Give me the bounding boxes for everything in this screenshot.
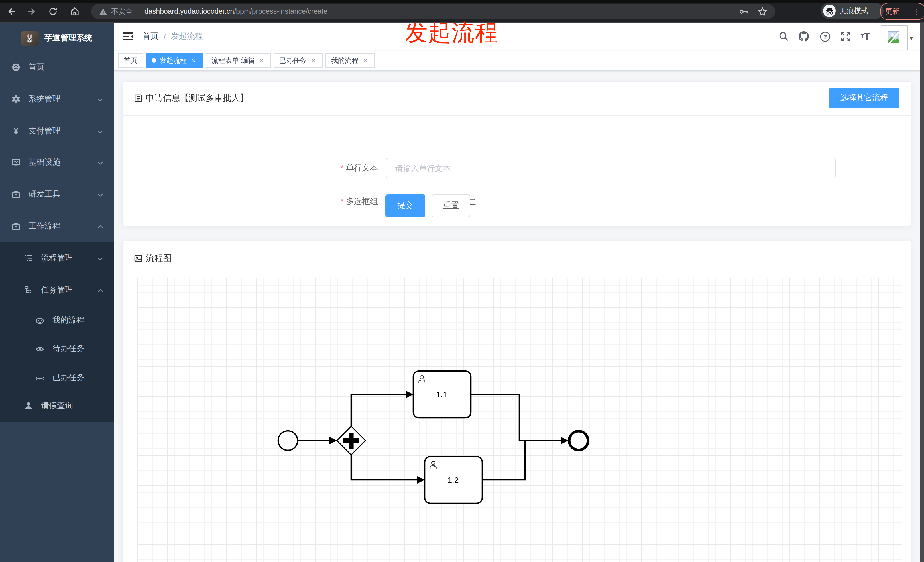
url-separator xyxy=(138,7,139,15)
choose-other-process-button[interactable]: 选择其它流程 xyxy=(829,88,900,108)
chevron-down-icon xyxy=(97,255,104,262)
sidebar-item-infrastructure[interactable]: 基础设施 xyxy=(0,148,114,177)
breadcrumb: 首页 / 发起流程 xyxy=(142,22,203,51)
chevron-up-icon xyxy=(97,287,104,294)
sidebar-item-system[interactable]: 系统管理 xyxy=(0,85,114,114)
update-button[interactable]: 更新 ⋮ xyxy=(880,3,924,20)
sidebar-item-dev-tools[interactable]: 研发工具 xyxy=(0,180,114,208)
robot-icon xyxy=(35,316,45,325)
more-menu-icon[interactable]: ⋮ xyxy=(913,7,921,16)
sidebar-item-label: 待办任务 xyxy=(52,344,84,354)
text-field-label: *单行文本 xyxy=(123,163,378,173)
reload-icon[interactable] xyxy=(47,5,59,18)
tab-form-edit[interactable]: 流程表单-编辑 × xyxy=(206,53,271,68)
tree-icon xyxy=(24,286,33,295)
home-icon[interactable] xyxy=(68,5,81,18)
app-root: 不安全 dashboard.yudao.iocoder.cn/bpm/proce… xyxy=(0,0,924,562)
tab-done-tasks[interactable]: 已办任务 × xyxy=(274,53,322,68)
main-area: 首页 / 发起流程 ? TT ▾ xyxy=(114,22,924,562)
navbar: 首页 / 发起流程 ? TT ▾ xyxy=(114,22,924,51)
chevron-down-icon xyxy=(97,128,104,135)
breadcrumb-home[interactable]: 首页 xyxy=(142,31,159,42)
avatar[interactable] xyxy=(880,25,908,50)
content-area: 申请信息【测试多审批人】 选择其它流程 *单行文本 *多选框组 选项一 xyxy=(114,70,920,562)
eye-closed-icon xyxy=(35,373,45,382)
star-icon[interactable] xyxy=(758,6,767,16)
breadcrumb-current: 发起流程 xyxy=(171,31,203,42)
annotation-title: 发起流程 xyxy=(405,17,498,48)
task-label: 1.1 xyxy=(436,390,447,399)
gear-icon xyxy=(11,94,21,104)
user-icon xyxy=(24,401,33,411)
tags-view: 首页 发起流程 × 流程表单-编辑 × 已办任务 × 我的流程 × xyxy=(114,51,924,71)
sidebar-item-label: 流程管理 xyxy=(41,253,73,263)
github-icon[interactable] xyxy=(797,30,811,43)
forward-icon[interactable] xyxy=(25,5,38,18)
card-title: 申请信息【测试多审批人】 xyxy=(146,93,249,104)
eye-icon xyxy=(35,344,45,354)
sidebar-item-process-management[interactable]: 流程管理 xyxy=(0,244,114,273)
tab-label: 发起流程 xyxy=(160,55,187,65)
sidebar-item-task-management[interactable]: 任务管理 xyxy=(0,276,114,304)
svg-text:?: ? xyxy=(823,33,826,40)
close-icon[interactable]: × xyxy=(362,57,369,64)
user-task-1-2[interactable]: 1.2 xyxy=(424,457,482,503)
incognito-badge: 无痕模式 xyxy=(821,3,884,19)
card-title: 流程图 xyxy=(146,253,172,264)
sidebar-item-leave-query[interactable]: 请假查询 xyxy=(0,391,114,420)
task-label: 1.2 xyxy=(448,476,459,484)
close-icon[interactable]: × xyxy=(190,57,197,64)
user-task-1-1[interactable]: 1.1 xyxy=(413,371,471,418)
collapse-sidebar-icon[interactable] xyxy=(123,31,134,42)
back-icon[interactable] xyxy=(6,5,18,18)
close-icon[interactable]: × xyxy=(310,57,317,64)
security-label: 不安全 xyxy=(111,6,132,16)
reset-button[interactable]: 重置 xyxy=(432,194,470,217)
parallel-gateway[interactable] xyxy=(337,426,365,455)
incognito-icon xyxy=(823,4,836,17)
briefcase-icon xyxy=(11,222,21,231)
close-icon[interactable]: × xyxy=(258,57,265,64)
sidebar-item-my-process[interactable]: 我的流程 xyxy=(0,306,114,334)
tab-my-process[interactable]: 我的流程 × xyxy=(326,53,375,68)
sidebar: 🐰 芋道管理系统 首页 系统管理 ¥ 支付管理 基础设施 xyxy=(0,22,114,562)
single-line-text-input[interactable] xyxy=(386,158,836,178)
document-icon xyxy=(134,94,142,103)
help-icon[interactable]: ? xyxy=(818,30,832,43)
image-icon xyxy=(134,254,142,263)
search-icon[interactable] xyxy=(777,30,790,43)
active-dot-icon xyxy=(152,58,156,63)
caret-down-icon[interactable]: ▾ xyxy=(910,35,913,42)
sidebar-item-home[interactable]: 首页 xyxy=(0,53,114,81)
sidebar-item-todo-tasks[interactable]: 待办任务 xyxy=(0,334,114,363)
sidebar-item-label: 系统管理 xyxy=(28,94,60,104)
bpmn-canvas[interactable]: 1.1 1.2 xyxy=(123,276,911,562)
update-label: 更新 xyxy=(885,6,900,16)
card-header: 申请信息【测试多审批人】 选择其它流程 xyxy=(123,81,911,116)
sidebar-item-label: 首页 xyxy=(28,62,45,72)
process-diagram-card: 流程图 xyxy=(122,241,912,562)
required-asterisk: * xyxy=(340,196,344,206)
chevron-down-icon xyxy=(97,96,104,103)
tab-label: 首页 xyxy=(124,55,137,65)
end-event[interactable] xyxy=(569,431,588,450)
sidebar-item-label: 支付管理 xyxy=(28,126,60,136)
url-bar[interactable]: 不安全 dashboard.yudao.iocoder.cn/bpm/proce… xyxy=(91,4,775,19)
fullscreen-icon[interactable] xyxy=(838,30,852,43)
incognito-label: 无痕模式 xyxy=(840,6,868,16)
sidebar-item-done-tasks[interactable]: 已办任务 xyxy=(0,364,114,392)
sidebar-item-payment[interactable]: ¥ 支付管理 xyxy=(0,117,114,145)
required-asterisk: * xyxy=(340,163,344,172)
tab-home[interactable]: 首页 xyxy=(118,53,143,68)
sidebar-item-label: 任务管理 xyxy=(41,285,73,295)
submit-button[interactable]: 提交 xyxy=(386,194,425,217)
sidebar-item-workflow[interactable]: 工作流程 xyxy=(0,212,114,241)
toolbox-icon xyxy=(11,190,21,199)
start-event[interactable] xyxy=(278,431,297,450)
font-size-icon[interactable]: TT xyxy=(858,30,872,43)
sidebar-item-label: 请假查询 xyxy=(41,401,73,411)
page-scrollbar[interactable] xyxy=(920,22,924,562)
tab-create-process[interactable]: 发起流程 × xyxy=(146,53,203,68)
key-icon[interactable] xyxy=(739,6,748,16)
app-logo-row[interactable]: 🐰 芋道管理系统 xyxy=(0,22,114,54)
